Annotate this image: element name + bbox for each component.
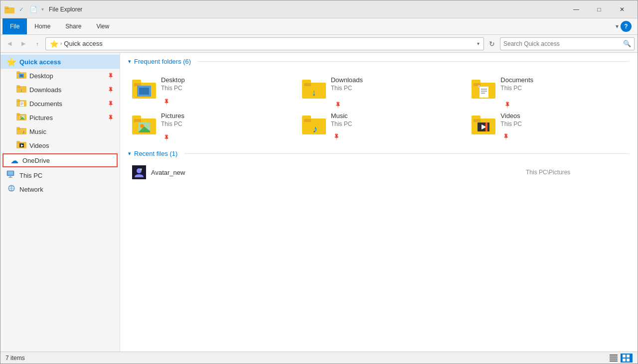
close-button[interactable]: ✕ <box>611 2 634 17</box>
onedrive-icon: ☁ <box>9 156 19 165</box>
list-view-button[interactable] <box>608 354 620 363</box>
avatar-thumbnail <box>132 165 146 179</box>
minimize-button[interactable]: — <box>565 2 588 17</box>
folder-music[interactable]: ♪ Music This PC 📌 <box>298 108 460 140</box>
view-buttons <box>608 354 633 363</box>
sidebar-item-thispc[interactable]: This PC <box>0 168 120 182</box>
tab-share[interactable]: Share <box>58 18 89 34</box>
svg-rect-79 <box>610 359 618 360</box>
star-icon: ⭐ <box>50 40 58 48</box>
music-label: Music <box>29 128 46 135</box>
sidebar-item-onedrive[interactable]: ☁ OneDrive <box>2 153 118 167</box>
svg-text:↓: ↓ <box>312 88 316 98</box>
svg-rect-35 <box>8 171 13 175</box>
sidebar-item-pictures[interactable]: Pictures 📌 <box>0 111 120 124</box>
folder-downloads[interactable]: ↓ Downloads This PC 📌 <box>298 72 460 104</box>
folder-documents[interactable]: Documents This PC 📌 <box>468 72 630 104</box>
svg-rect-56 <box>481 93 485 94</box>
avatar-location: This PC\Pictures <box>526 169 626 176</box>
network-label: Network <box>19 186 43 193</box>
sidebar-item-documents[interactable]: Documents 📌 <box>0 97 120 111</box>
search-input[interactable] <box>503 40 621 47</box>
pictures-pin-icon: 📌 <box>107 114 115 121</box>
up-button[interactable]: ↑ <box>31 38 43 50</box>
grid-view-button[interactable] <box>621 354 633 363</box>
pictures-label: Pictures <box>29 114 53 121</box>
svg-rect-5 <box>17 73 20 74</box>
folder-pictures[interactable]: Pictures This PC 📌 <box>128 108 290 140</box>
check-icon: ✓ <box>16 4 26 14</box>
recent-files-header[interactable]: ▾ Recent files (1) <box>128 150 630 157</box>
downloads-folder-info: Downloads This PC 📌 <box>331 76 363 98</box>
svg-rect-16 <box>20 103 23 103</box>
address-path[interactable]: ⭐ › Quick access ▾ <box>45 37 484 50</box>
sidebar-item-quick-access[interactable]: ⭐ Quick access <box>0 55 120 69</box>
folder-grid: Desktop This PC 📌 ↓ <box>128 72 630 140</box>
sidebar-item-network[interactable]: Network <box>0 182 120 196</box>
refresh-button[interactable]: ↻ <box>486 38 498 50</box>
tab-file[interactable]: File <box>2 18 27 34</box>
frequent-folders-divider <box>198 61 630 62</box>
desktop-pin-icon: 📌 <box>107 72 115 80</box>
svg-text:♪: ♪ <box>22 129 25 134</box>
downloads-pin-icon: 📌 <box>107 86 115 94</box>
frequent-folders-chevron-icon: ▾ <box>128 58 131 65</box>
main-area: ⭐ Quick access Desktop 📌 <box>0 53 638 352</box>
window-controls: — □ ✕ <box>565 2 634 17</box>
downloads-folder-icon: ↓ <box>16 85 26 95</box>
recent-files-title: Recent files (1) <box>134 150 177 157</box>
music-folder-name: Music <box>331 112 352 120</box>
tab-view[interactable]: View <box>89 18 117 34</box>
search-box: 🔍 <box>500 37 635 50</box>
folder-icon <box>4 4 14 14</box>
folder-videos[interactable]: Videos This PC 📌 <box>468 108 630 140</box>
avatar-filename: Avatar_new <box>151 169 521 176</box>
path-dropdown-icon[interactable]: ▾ <box>477 41 479 46</box>
thispc-label: This PC <box>19 172 42 179</box>
sidebar-item-downloads[interactable]: ↓ Downloads 📌 <box>0 83 120 97</box>
svg-rect-53 <box>479 87 488 98</box>
ribbon-collapse-icon[interactable]: ▾ <box>616 23 619 30</box>
svg-rect-55 <box>481 91 487 92</box>
documents-label: Documents <box>29 100 62 108</box>
sidebar-item-desktop[interactable]: Desktop 📌 <box>0 69 120 83</box>
svg-rect-57 <box>478 85 480 88</box>
downloads-label: Downloads <box>29 86 61 94</box>
file-explorer-window: ✓ 📄 ▾ File Explorer — □ ✕ File Home Shar… <box>0 0 638 364</box>
downloads-folder-name: Downloads <box>331 76 363 84</box>
frequent-folders-header[interactable]: ▾ Frequent folders (6) <box>128 58 630 65</box>
videos-folder-info: Videos This PC 📌 <box>500 112 522 134</box>
documents-folder-info: Documents This PC 📌 <box>500 76 533 98</box>
pictures-folder-thumb <box>132 112 156 136</box>
frequent-folders-title: Frequent folders (6) <box>134 58 191 65</box>
desktop-folder-name: Desktop <box>161 76 185 84</box>
sidebar: ⭐ Quick access Desktop 📌 <box>0 53 120 352</box>
svg-rect-60 <box>134 119 141 122</box>
svg-rect-18 <box>20 105 22 105</box>
music-folder-info: Music This PC 📌 <box>331 112 352 134</box>
sidebar-item-videos[interactable]: Videos <box>0 138 120 152</box>
tab-home[interactable]: Home <box>27 18 58 34</box>
pictures-folder-name: Pictures <box>161 112 184 120</box>
desktop-folder-thumb <box>132 76 156 100</box>
back-button[interactable]: ◀ <box>3 38 15 50</box>
svg-rect-54 <box>481 89 487 90</box>
content-area: ▾ Frequent folders (6) <box>120 53 638 352</box>
forward-button[interactable]: ▶ <box>17 38 29 50</box>
maximize-button[interactable]: □ <box>588 2 611 17</box>
pictures-folder-icon <box>16 113 26 122</box>
desktop-folder-icon <box>16 71 26 81</box>
svg-rect-36 <box>9 176 11 177</box>
svg-text:♪: ♪ <box>313 123 318 134</box>
svg-rect-84 <box>627 359 630 362</box>
svg-rect-80 <box>610 361 618 362</box>
folder-desktop[interactable]: Desktop This PC 📌 <box>128 72 290 104</box>
recent-files-divider <box>184 153 630 154</box>
svg-rect-7 <box>20 75 23 77</box>
desktop-label: Desktop <box>29 72 53 80</box>
svg-rect-37 <box>8 177 12 178</box>
help-button[interactable]: ? <box>621 21 632 32</box>
svg-rect-81 <box>623 355 626 358</box>
recent-file-avatar[interactable]: Avatar_new This PC\Pictures <box>128 164 630 180</box>
sidebar-item-music[interactable]: ♪ Music <box>0 124 120 138</box>
